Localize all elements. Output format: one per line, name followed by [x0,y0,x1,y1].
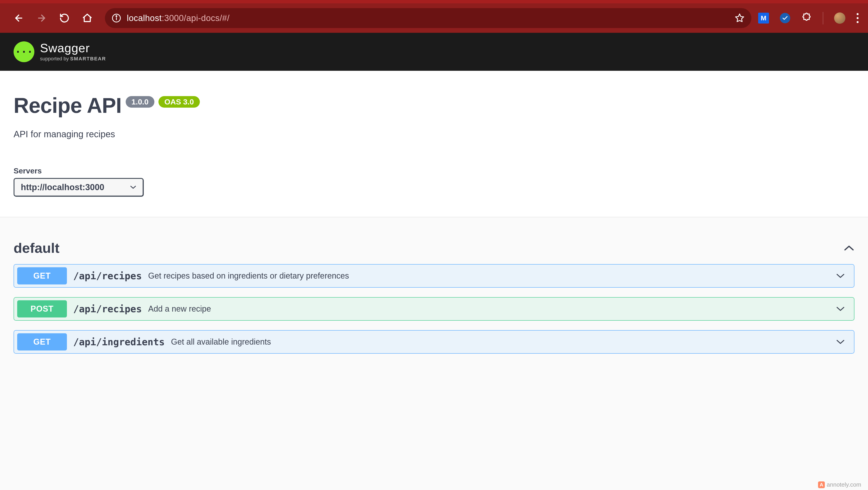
star-icon [735,13,745,23]
operation-description: Add a new recipe [148,304,836,314]
toolbar-right: M [758,12,859,24]
swagger-subtitle: supported by SMARTBEAR [40,56,106,62]
home-icon [82,13,92,23]
browser-menu-button[interactable] [856,13,859,23]
operation-path: /api/recipes [73,270,142,281]
tag-default[interactable]: default [13,240,855,256]
url-text: localhost:3000/api-docs/#/ [127,13,230,23]
operation-get-2[interactable]: GET/api/ingredientsGet all available ing… [13,330,855,354]
operation-path: /api/recipes [73,303,142,314]
home-button[interactable] [82,13,92,23]
chevron-down-icon [836,339,845,345]
annotely-icon: A [818,482,825,488]
chevron-down-icon [836,273,845,279]
toolbar-divider [823,12,823,24]
swagger-brand-text: Swagger [40,42,106,54]
tag-name: default [13,240,59,256]
servers-section: Servers http://localhost:3000 [0,155,868,217]
puzzle-icon [801,13,812,24]
back-button[interactable] [13,13,24,23]
svg-point-3 [857,13,859,15]
site-info-icon[interactable] [112,13,121,23]
url-host: localhost [127,13,162,23]
operation-description: Get all available ingredients [171,337,836,347]
arrow-right-icon [36,13,47,23]
watermark-text: annotely.com [827,481,861,488]
svg-point-4 [857,17,859,19]
info-icon [112,13,121,23]
extensions-button[interactable] [801,13,812,24]
swagger-logo[interactable]: {···} Swagger supported by SMARTBEAR [13,41,106,62]
nav-buttons [13,13,92,23]
operation-get-0[interactable]: GET/api/recipesGet recipes based on ingr… [13,264,855,287]
server-select[interactable]: http://localhost:3000 [13,178,144,196]
arrow-left-icon [13,13,24,23]
extension-m[interactable]: M [758,13,769,24]
chevron-down-icon [130,185,136,189]
operation-post-1[interactable]: POST/api/recipesAdd a new recipe [13,297,855,320]
extension-check[interactable] [780,13,790,23]
watermark: A annotely.com [818,481,861,488]
check-icon [782,15,788,21]
method-badge: GET [17,267,67,284]
server-selected-value: http://localhost:3000 [21,182,104,192]
reload-icon [59,13,70,23]
version-badge: 1.0.0 [126,96,155,108]
forward-button [36,13,47,23]
operations-list: GET/api/recipesGet recipes based on ingr… [13,264,855,354]
chevron-down-icon [836,306,845,312]
kebab-icon [856,13,859,23]
swagger-mark-icon: {···} [13,41,34,62]
oas-badge: OAS 3.0 [158,96,199,108]
api-description: API for managing recipes [13,129,855,139]
browser-toolbar: localhost:3000/api-docs/#/ M [0,0,868,33]
main-content: Recipe API 1.0.0 OAS 3.0 API for managin… [0,71,868,490]
servers-label: Servers [13,166,855,175]
api-info: Recipe API 1.0.0 OAS 3.0 API for managin… [0,71,868,155]
method-badge: POST [17,300,67,317]
api-title: Recipe API [13,93,122,118]
operation-path: /api/ingredients [73,336,165,347]
operations-section: default GET/api/recipesGet recipes based… [0,217,868,354]
reload-button[interactable] [59,13,70,23]
operation-description: Get recipes based on ingredients or diet… [148,271,836,281]
address-bar[interactable]: localhost:3000/api-docs/#/ [105,8,751,28]
method-badge: GET [17,333,67,350]
profile-avatar[interactable] [834,12,845,24]
svg-point-2 [116,16,117,17]
svg-point-5 [857,21,859,23]
chevron-up-icon [844,245,855,251]
swagger-header: {···} Swagger supported by SMARTBEAR [0,33,868,71]
url-path: :3000/api-docs/#/ [162,13,229,23]
bookmark-button[interactable] [735,13,745,23]
